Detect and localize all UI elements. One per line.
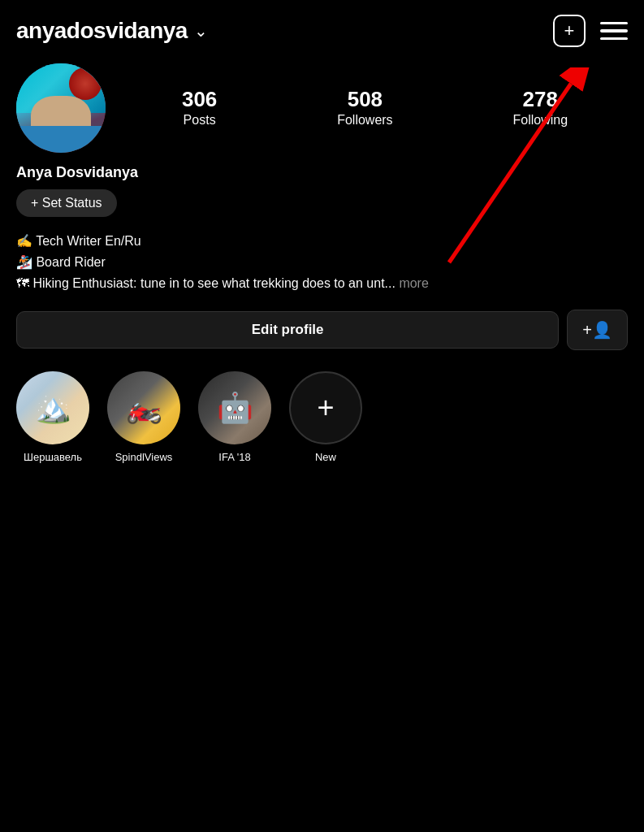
highlight-circle-spindl xyxy=(107,371,180,444)
highlight-label-shershavel: Шершавель xyxy=(24,451,82,463)
highlight-new-circle: + xyxy=(289,371,362,444)
highlight-new[interactable]: + New xyxy=(289,371,362,463)
followers-label: Followers xyxy=(337,113,392,128)
followers-stat[interactable]: 508 Followers xyxy=(337,89,392,128)
edit-profile-button[interactable]: Edit profile xyxy=(16,311,559,349)
bio-line-1: ✍️ Tech Writer En/Ru xyxy=(16,232,628,251)
highlight-shershavel[interactable]: Шершавель xyxy=(16,371,89,463)
highlight-label-spindl: SpindlViews xyxy=(115,451,173,463)
add-person-button[interactable]: +👤 xyxy=(567,310,628,350)
bio-line-2: 🏂 Board Rider xyxy=(16,253,628,272)
chevron-down-icon[interactable]: ⌄ xyxy=(194,21,208,41)
posts-stat[interactable]: 306 Posts xyxy=(182,89,217,128)
highlight-circle-shershavel xyxy=(16,371,89,444)
posts-count: 306 xyxy=(182,89,217,110)
name-section: Anya Dosvidanya + Set Status xyxy=(0,164,644,222)
add-person-icon: +👤 xyxy=(582,320,612,340)
header-icons: + xyxy=(553,15,628,47)
avatar[interactable] xyxy=(16,63,106,153)
highlight-spindl[interactable]: SpindlViews xyxy=(107,371,180,463)
username[interactable]: anyadosvidanya xyxy=(16,18,188,44)
profile-section: 306 Posts 508 Followers 278 Following xyxy=(0,55,644,164)
highlights-section: Шершавель SpindlViews IFA '18 + New xyxy=(0,363,644,471)
header: anyadosvidanya ⌄ + xyxy=(0,0,644,55)
header-left: anyadosvidanya ⌄ xyxy=(16,18,208,44)
highlight-circle-ifa xyxy=(198,371,271,444)
bio-line-3: 🗺 Hiking Enthusiast: tune in to see what… xyxy=(16,274,628,293)
following-label: Following xyxy=(512,113,568,128)
highlight-ifa[interactable]: IFA '18 xyxy=(198,371,271,463)
stats-container: 306 Posts 508 Followers 278 Following xyxy=(122,89,628,128)
following-stat[interactable]: 278 Following xyxy=(512,89,568,128)
bio-more-link[interactable]: more xyxy=(399,276,428,290)
bio-section: ✍️ Tech Writer En/Ru 🏂 Board Rider 🗺 Hik… xyxy=(0,222,644,293)
add-post-icon[interactable]: + xyxy=(553,15,586,47)
highlight-label-new: New xyxy=(315,451,336,463)
set-status-button[interactable]: + Set Status xyxy=(16,189,117,217)
highlight-label-ifa: IFA '18 xyxy=(218,451,250,463)
menu-icon[interactable] xyxy=(600,22,628,41)
posts-label: Posts xyxy=(184,113,216,128)
display-name: Anya Dosvidanya xyxy=(16,164,628,181)
followers-count: 508 xyxy=(348,89,383,110)
action-buttons: Edit profile +👤 xyxy=(0,295,644,363)
following-count: 278 xyxy=(523,89,558,110)
